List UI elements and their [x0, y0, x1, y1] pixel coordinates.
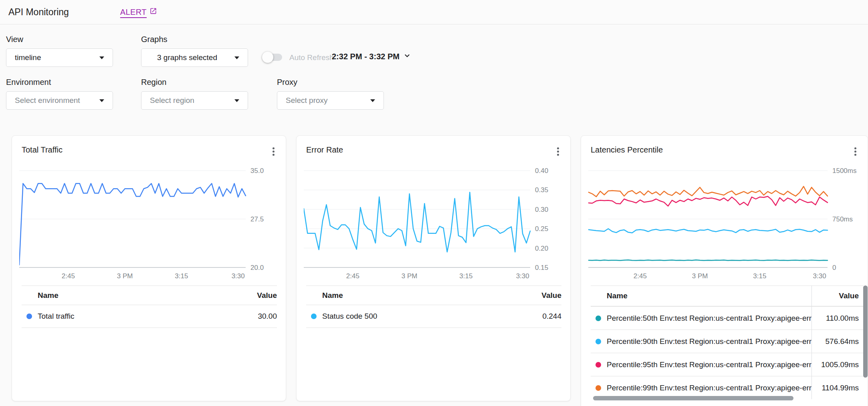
region-label: Region [141, 78, 166, 87]
proxy-select[interactable]: Select proxy [277, 91, 384, 110]
region-select[interactable]: Select region [141, 91, 248, 110]
kebab-menu-button[interactable] [851, 145, 860, 157]
series-value: 1005.09ms [812, 360, 864, 369]
svg-text:2:45: 2:45 [62, 272, 75, 279]
series-value: 576.64ms [812, 337, 864, 346]
series-value: 0.244 [542, 312, 561, 321]
total-traffic-chart[interactable]: 35.027.520.02:453 PM3:153:30 [19, 167, 278, 279]
kebab-menu-button[interactable] [269, 145, 278, 157]
total-traffic-card: Total Traffic 35.027.520.02:453 PM3:153:… [12, 135, 286, 401]
view-select-value: timeline [15, 53, 41, 62]
legend-row: Total traffic 30.00 [22, 305, 277, 328]
svg-text:3:15: 3:15 [753, 272, 766, 279]
svg-text:3:30: 3:30 [516, 272, 529, 279]
caret-down-icon [99, 99, 104, 102]
series-name: Total traffic [38, 312, 75, 321]
svg-text:3 PM: 3 PM [692, 272, 708, 279]
caret-down-icon [370, 99, 375, 102]
legend-row: Percentile:50th Env:test Region:us-centr… [591, 306, 864, 330]
series-value: 1104.99ms [812, 384, 864, 392]
svg-text:20.0: 20.0 [250, 264, 264, 271]
region-placeholder: Select region [150, 96, 194, 105]
series-color-dot [595, 385, 601, 391]
series-name: Percentile:95th Env:test Region:us-centr… [607, 360, 811, 369]
series-name: Status code 500 [322, 312, 377, 321]
svg-text:0.20: 0.20 [535, 245, 548, 252]
name-column-header: Name [322, 291, 343, 300]
svg-text:0.40: 0.40 [535, 167, 548, 175]
environment-label: Environment [6, 78, 51, 87]
kebab-menu-button[interactable] [553, 145, 562, 157]
name-column-header: Name [38, 291, 59, 300]
legend-row: Percentile:90th Env:test Region:us-centr… [591, 330, 864, 353]
svg-text:3:30: 3:30 [232, 272, 245, 279]
svg-text:3 PM: 3 PM [117, 272, 133, 279]
series-color-dot [595, 339, 601, 344]
toggle-knob [262, 52, 273, 63]
series-value: 30.00 [258, 312, 277, 321]
series-name: Percentile:99th Env:test Region:us-centr… [607, 384, 811, 392]
vertical-scrollbar[interactable] [863, 285, 868, 378]
alert-link-label: ALERT [120, 8, 147, 17]
series-name: Percentile:90th Env:test Region:us-centr… [607, 337, 811, 346]
auto-refresh-toggle[interactable] [263, 54, 282, 61]
time-range-value: 2:32 PM - 3:32 PM [332, 52, 400, 61]
svg-text:0.15: 0.15 [535, 264, 548, 271]
legend-table: Name Value Status code 500 0.244 [306, 285, 561, 328]
series-color-dot [311, 314, 317, 319]
graphs-select[interactable]: 3 graphs selected [141, 48, 248, 67]
svg-text:0: 0 [832, 264, 836, 271]
svg-text:1500ms: 1500ms [832, 167, 856, 175]
series-color-dot [26, 314, 32, 319]
value-column-header: Value [812, 291, 864, 300]
environment-placeholder: Select environment [15, 96, 80, 105]
view-select[interactable]: timeline [6, 48, 113, 67]
svg-text:2:45: 2:45 [634, 272, 647, 279]
chevron-down-icon [403, 52, 411, 61]
legend-row: Status code 500 0.244 [306, 305, 561, 328]
svg-text:0.35: 0.35 [535, 186, 548, 194]
svg-text:2:45: 2:45 [346, 272, 359, 279]
svg-text:3:15: 3:15 [175, 272, 188, 279]
alert-link[interactable]: ALERT [120, 7, 157, 17]
error-rate-chart[interactable]: 0.400.350.300.250.200.152:453 PM3:153:30 [304, 167, 562, 279]
name-column-header: Name [607, 291, 628, 300]
series-name: Percentile:50th Env:test Region:us-centr… [607, 314, 811, 323]
series-color-dot [595, 362, 601, 368]
svg-text:750ms: 750ms [832, 215, 853, 223]
environment-select[interactable]: Select environment [6, 91, 113, 110]
external-link-icon [149, 7, 157, 17]
horizontal-scrollbar[interactable] [593, 396, 793, 400]
svg-text:3 PM: 3 PM [402, 272, 418, 279]
error-rate-card: Error Rate 0.400.350.300.250.200.152:453… [296, 135, 571, 401]
proxy-label: Proxy [277, 78, 297, 87]
card-title: Latencies Percentile [591, 145, 663, 155]
caret-down-icon [234, 99, 239, 102]
value-column-header: Value [257, 291, 277, 300]
page-title: API Monitoring [8, 7, 69, 18]
value-column-header: Value [541, 291, 561, 300]
time-range-selector[interactable]: 2:32 PM - 3:32 PM [332, 52, 411, 61]
graphs-label: Graphs [141, 35, 168, 44]
legend-table: Name Value Percentile:50th Env:test Regi… [591, 285, 864, 399]
graphs-select-value: 3 graphs selected [157, 53, 217, 62]
proxy-placeholder: Select proxy [286, 96, 328, 105]
svg-text:27.5: 27.5 [250, 215, 264, 223]
view-label: View [6, 35, 23, 44]
svg-text:35.0: 35.0 [250, 167, 264, 175]
caret-down-icon [234, 56, 239, 59]
auto-refresh-label: Auto Refresh [289, 53, 334, 62]
top-bar: API Monitoring ALERT [0, 0, 868, 24]
svg-text:0.30: 0.30 [535, 206, 548, 213]
latencies-percentile-card: Latencies Percentile 1500ms750ms02:453 P… [581, 135, 868, 406]
card-title: Error Rate [306, 145, 343, 155]
legend-row: Percentile:95th Env:test Region:us-centr… [591, 353, 864, 376]
card-title: Total Traffic [22, 145, 63, 155]
legend-table: Name Value Total traffic 30.00 [22, 285, 277, 328]
caret-down-icon [99, 56, 104, 59]
svg-text:3:15: 3:15 [459, 272, 472, 279]
svg-text:3:30: 3:30 [813, 272, 826, 279]
series-color-dot [595, 316, 601, 321]
latencies-chart[interactable]: 1500ms750ms02:453 PM3:153:30 [588, 167, 860, 279]
svg-text:0.25: 0.25 [535, 225, 548, 233]
